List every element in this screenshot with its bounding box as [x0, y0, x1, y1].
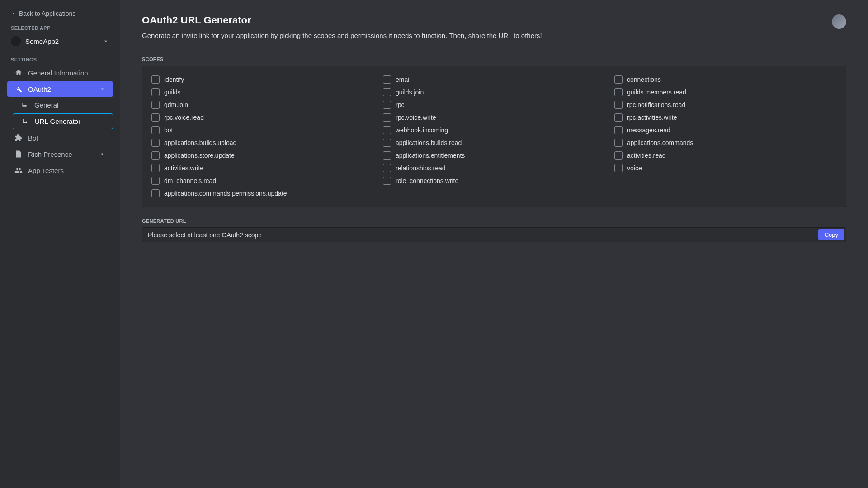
scope-label: applications.entitlements: [396, 152, 465, 159]
nav-label: App Testers: [28, 167, 64, 174]
checkbox-icon: [151, 88, 160, 96]
page-subtitle: Generate an invite link for your applica…: [142, 31, 542, 40]
page-title: OAuth2 URL Generator: [142, 14, 542, 26]
scope-checkbox-voice[interactable]: voice: [614, 162, 837, 174]
nav-general-information[interactable]: General Information: [7, 65, 113, 80]
checkbox-icon: [614, 75, 623, 84]
checkbox-icon: [151, 177, 160, 185]
scope-checkbox-relationships-read[interactable]: relationships.read: [383, 162, 605, 174]
scope-checkbox-activities-read[interactable]: activities.read: [614, 149, 837, 162]
scope-checkbox-connections[interactable]: connections: [614, 73, 837, 86]
scope-checkbox-email[interactable]: email: [383, 73, 605, 86]
scope-checkbox-rpc-voice-read[interactable]: rpc.voice.read: [151, 111, 374, 124]
scope-label: gdm.join: [164, 101, 188, 108]
scope-label: rpc.voice.write: [396, 114, 436, 121]
scope-checkbox-dm_channels-read[interactable]: dm_channels.read: [151, 174, 374, 187]
sub-arrow-icon: [22, 118, 29, 125]
scope-label: role_connections.write: [396, 177, 458, 184]
settings-label: SETTINGS: [4, 57, 117, 62]
scope-checkbox-rpc-notifications-read[interactable]: rpc.notifications.read: [614, 99, 837, 111]
copy-button[interactable]: Copy: [818, 229, 844, 240]
scope-checkbox-guilds-members-read[interactable]: guilds.members.read: [614, 86, 837, 99]
scope-checkbox-applications-commands-permissions-update[interactable]: applications.commands.permissions.update: [151, 187, 374, 200]
scope-checkbox-rpc-voice-write[interactable]: rpc.voice.write: [383, 111, 605, 124]
generated-url-text: Please select at least one OAuth2 scope: [148, 231, 818, 239]
app-name: SomeApp2: [25, 38, 98, 45]
scope-checkbox-identify[interactable]: identify: [151, 73, 374, 86]
scope-label: identify: [164, 76, 184, 83]
checkbox-icon: [151, 139, 160, 147]
scope-label: dm_channels.read: [164, 177, 216, 184]
checkbox-icon: [151, 101, 160, 109]
user-avatar[interactable]: [832, 14, 846, 29]
scope-label: applications.store.update: [164, 152, 235, 159]
nav-oauth2[interactable]: OAuth2: [7, 81, 113, 97]
scope-label: applications.commands: [627, 139, 693, 146]
scope-checkbox-rpc[interactable]: rpc: [383, 99, 605, 111]
nav-label: Rich Presence: [28, 150, 72, 158]
wrench-icon: [14, 85, 23, 93]
scope-checkbox-gdm-join[interactable]: gdm.join: [151, 99, 374, 111]
scope-checkbox-applications-store-update[interactable]: applications.store.update: [151, 149, 374, 162]
checkbox-icon: [383, 177, 391, 185]
scopes-col-3: connectionsguilds.members.readrpc.notifi…: [614, 73, 837, 200]
scope-label: rpc: [396, 101, 404, 108]
generated-url-box: Please select at least one OAuth2 scope …: [142, 227, 846, 242]
checkbox-icon: [151, 75, 160, 84]
scope-checkbox-applications-commands[interactable]: applications.commands: [614, 136, 837, 149]
scope-label: connections: [627, 76, 661, 83]
checkbox-icon: [614, 88, 623, 96]
scope-label: guilds.join: [396, 89, 424, 96]
scope-label: applications.commands.permissions.update: [164, 190, 287, 197]
nav-label: URL Generator: [35, 117, 80, 125]
scope-checkbox-bot[interactable]: bot: [151, 124, 374, 136]
checkbox-icon: [383, 101, 391, 109]
back-to-applications-link[interactable]: Back to Applications: [4, 7, 117, 20]
scopes-col-1: identifyguildsgdm.joinrpc.voice.readbota…: [151, 73, 374, 200]
checkbox-icon: [151, 164, 160, 172]
oauth2-submenu: General URL Generator: [9, 98, 117, 129]
scope-checkbox-role_connections-write[interactable]: role_connections.write: [383, 174, 605, 187]
checkbox-icon: [614, 113, 623, 122]
chevron-down-icon: [99, 85, 106, 93]
nav-rich-presence[interactable]: Rich Presence: [7, 146, 113, 162]
checkbox-icon: [151, 151, 160, 160]
selected-app-label: SELECTED APP: [4, 25, 117, 31]
chevron-down-icon: [102, 38, 109, 45]
scope-checkbox-rpc-activities-write[interactable]: rpc.activities.write: [614, 111, 837, 124]
scope-label: activities.write: [164, 164, 203, 172]
generated-url-label: GENERATED URL: [142, 218, 846, 224]
scope-label: activities.read: [627, 152, 666, 159]
header-row: OAuth2 URL Generator Generate an invite …: [142, 14, 846, 56]
checkbox-icon: [614, 151, 623, 160]
scope-label: messages.read: [627, 127, 670, 134]
scope-checkbox-guilds-join[interactable]: guilds.join: [383, 86, 605, 99]
sub-arrow-icon: [22, 102, 29, 109]
scope-checkbox-applications-builds-upload[interactable]: applications.builds.upload: [151, 136, 374, 149]
nav-bot[interactable]: Bot: [7, 130, 113, 145]
home-icon: [14, 69, 23, 77]
scope-checkbox-webhook-incoming[interactable]: webhook.incoming: [383, 124, 605, 136]
checkbox-icon: [383, 164, 391, 172]
scope-checkbox-guilds[interactable]: guilds: [151, 86, 374, 99]
scopes-box: identifyguildsgdm.joinrpc.voice.readbota…: [142, 66, 846, 207]
nav-oauth2-url-generator[interactable]: URL Generator: [13, 113, 113, 129]
checkbox-icon: [383, 75, 391, 84]
scope-label: applications.builds.read: [396, 139, 462, 146]
nav-label: General Information: [28, 69, 88, 77]
scope-label: email: [396, 76, 410, 83]
scope-checkbox-applications-builds-read[interactable]: applications.builds.read: [383, 136, 605, 149]
scope-checkbox-messages-read[interactable]: messages.read: [614, 124, 837, 136]
scope-checkbox-activities-write[interactable]: activities.write: [151, 162, 374, 174]
nav-oauth2-general[interactable]: General: [13, 98, 113, 113]
checkbox-icon: [614, 126, 623, 134]
document-icon: [14, 150, 23, 158]
scope-label: voice: [627, 164, 642, 172]
checkbox-icon: [151, 113, 160, 122]
app-selector[interactable]: SomeApp2: [4, 33, 117, 49]
nav-app-testers[interactable]: App Testers: [7, 163, 113, 178]
checkbox-icon: [383, 113, 391, 122]
scope-label: bot: [164, 127, 173, 134]
scope-checkbox-applications-entitlements[interactable]: applications.entitlements: [383, 149, 605, 162]
checkbox-icon: [383, 88, 391, 96]
